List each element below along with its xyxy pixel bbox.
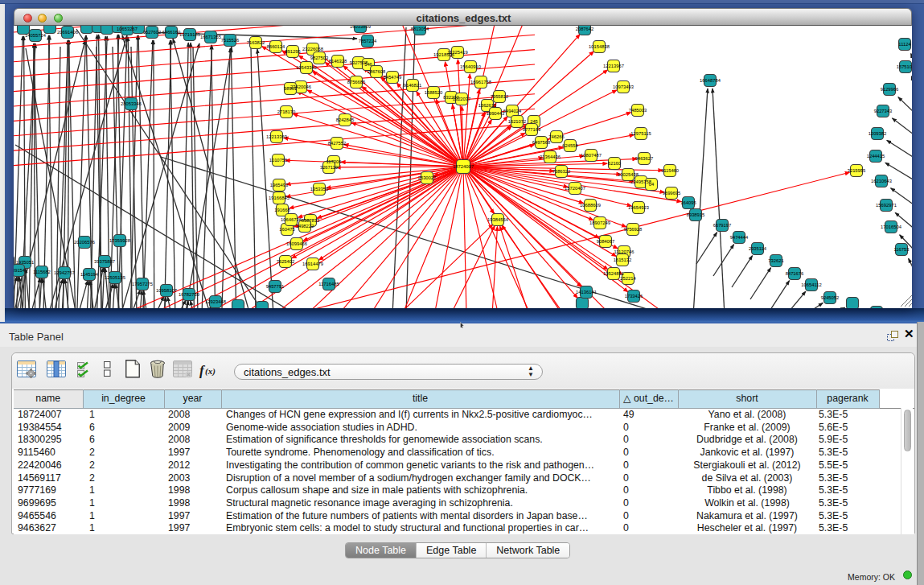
svg-text:8938915: 8938915	[687, 212, 705, 217]
svg-text:1588520: 1588520	[425, 90, 443, 95]
svg-text:9474444: 9474444	[730, 235, 749, 240]
svg-text:7386322: 7386322	[552, 169, 571, 174]
svg-text:9146821: 9146821	[404, 83, 422, 88]
svg-text:8756685: 8756685	[347, 80, 366, 84]
svg-text:(x): (x)	[205, 366, 216, 377]
svg-text:18907249: 18907249	[589, 220, 610, 225]
svg-text:20691406: 20691406	[57, 30, 78, 35]
svg-text:2530027: 2530027	[418, 175, 437, 180]
svg-text:9245052: 9245052	[821, 295, 840, 300]
svg-text:1935051: 1935051	[16, 260, 35, 265]
svg-text:16648784: 16648784	[700, 78, 721, 83]
svg-text:10654112: 10654112	[801, 282, 821, 287]
svg-text:1965493: 1965493	[270, 183, 289, 187]
svg-text:3267110: 3267110	[320, 165, 338, 170]
svg-text:1115682: 1115682	[33, 270, 51, 274]
svg-text:12975115: 12975115	[630, 131, 651, 136]
svg-text:1498222: 1498222	[296, 224, 314, 229]
svg-text:1322037: 1322037	[453, 97, 471, 101]
svg-text:7625402: 7625402	[277, 259, 295, 264]
svg-text:10719185: 10719185	[179, 32, 200, 37]
svg-text:1575104: 1575104	[897, 64, 912, 69]
svg-text:11124: 11124	[898, 42, 911, 47]
svg-text:8587833: 8587833	[302, 218, 320, 223]
svg-text:9699695: 9699695	[663, 191, 681, 196]
svg-text:1244415: 1244415	[867, 154, 885, 159]
svg-text:16961758: 16961758	[470, 80, 491, 84]
svg-text:1990443: 1990443	[487, 111, 505, 116]
svg-text:62160: 62160	[608, 161, 621, 166]
svg-text:2935114: 2935114	[749, 246, 767, 251]
svg-text:12505135: 12505135	[105, 275, 125, 280]
svg-text:14055724: 14055724	[25, 33, 47, 38]
svg-text:9115460: 9115460	[661, 168, 679, 173]
svg-text:8427552: 8427552	[328, 141, 347, 146]
svg-text:28053346: 28053346	[121, 101, 142, 106]
svg-text:9227343: 9227343	[874, 109, 893, 113]
svg-text:11120746: 11120746	[614, 249, 634, 254]
svg-text:23226058: 23226058	[302, 47, 323, 51]
svg-text:9084067: 9084067	[597, 239, 615, 244]
svg-text:11325419: 11325419	[447, 50, 467, 55]
svg-text:8471676: 8471676	[786, 271, 804, 276]
svg-text:1362615: 1362615	[478, 103, 497, 108]
svg-text:16099466: 16099466	[286, 241, 307, 246]
svg-text:9756928: 9756928	[624, 227, 643, 232]
svg-text:624554: 624554	[562, 143, 578, 148]
svg-text:1010755: 1010755	[269, 158, 288, 163]
svg-text:98961: 98961	[284, 86, 297, 91]
svg-text:12923448: 12923448	[205, 299, 226, 304]
svg-text:10653267: 10653267	[117, 27, 138, 31]
svg-text:6494024: 6494024	[503, 109, 522, 113]
svg-text:8146328: 8146328	[329, 59, 347, 64]
svg-text:6497568: 6497568	[532, 140, 551, 145]
svg-text:1527602: 1527602	[143, 30, 162, 35]
svg-text:10154838: 10154838	[589, 44, 610, 49]
svg-text:12213967: 12213967	[603, 64, 624, 68]
svg-text:7163822: 7163822	[247, 40, 265, 45]
svg-text:8454749: 8454749	[384, 75, 402, 80]
svg-text:8813054: 8813054	[411, 27, 429, 31]
svg-text:1145194: 1145194	[80, 272, 99, 277]
svg-text:7955812: 7955812	[491, 94, 509, 99]
svg-text:15640910: 15640910	[460, 64, 481, 69]
svg-text:9457791: 9457791	[266, 284, 285, 289]
svg-text:10688609: 10688609	[580, 203, 601, 208]
svg-text:8660124: 8660124	[267, 44, 285, 49]
svg-text:11716485: 11716485	[318, 282, 339, 286]
svg-text:10958107: 10958107	[156, 288, 177, 293]
svg-text:8242845: 8242845	[336, 117, 355, 122]
svg-text:1353359: 1353359	[310, 187, 329, 192]
svg-text:7857224: 7857224	[359, 39, 377, 43]
svg-text:16210643: 16210643	[871, 179, 892, 183]
svg-text:891295: 891295	[285, 49, 300, 54]
svg-text:10973493: 10973493	[613, 84, 634, 89]
svg-text:17359928: 17359928	[109, 238, 130, 243]
svg-text:16914479: 16914479	[302, 262, 323, 266]
svg-text:732621: 732621	[768, 258, 783, 263]
svg-text:16033809: 16033809	[350, 26, 371, 29]
svg-text:20206576: 20206576	[74, 240, 95, 245]
svg-text:7515526: 7515526	[221, 38, 240, 43]
svg-text:9463627: 9463627	[635, 156, 654, 161]
svg-text:15720407: 15720407	[565, 186, 585, 191]
svg-text:6466160: 6466160	[162, 30, 181, 35]
svg-text:18724007: 18724007	[453, 164, 474, 169]
svg-text:9827503: 9827503	[310, 56, 329, 60]
svg-text:245: 245	[530, 119, 538, 124]
svg-text:1621072: 1621072	[508, 119, 527, 124]
svg-text:10543342: 10543342	[296, 65, 317, 70]
svg-text:164095: 164095	[680, 200, 696, 205]
svg-text:10646736: 10646736	[281, 217, 302, 222]
svg-text:2087642: 2087642	[576, 27, 594, 31]
svg-text:15692971: 15692971	[876, 203, 897, 208]
svg-text:9777169: 9777169	[523, 127, 541, 132]
svg-text:1209382: 1209382	[869, 131, 887, 136]
svg-text:04: 04	[649, 182, 655, 187]
svg-text:117006: 117006	[326, 159, 342, 164]
svg-text:21364436: 21364436	[540, 154, 561, 159]
svg-text:2718170: 2718170	[277, 109, 296, 114]
svg-text:14136141: 14136141	[576, 290, 597, 295]
svg-text:39154: 39154	[14, 268, 26, 273]
svg-text:12942757: 12942757	[54, 270, 75, 275]
